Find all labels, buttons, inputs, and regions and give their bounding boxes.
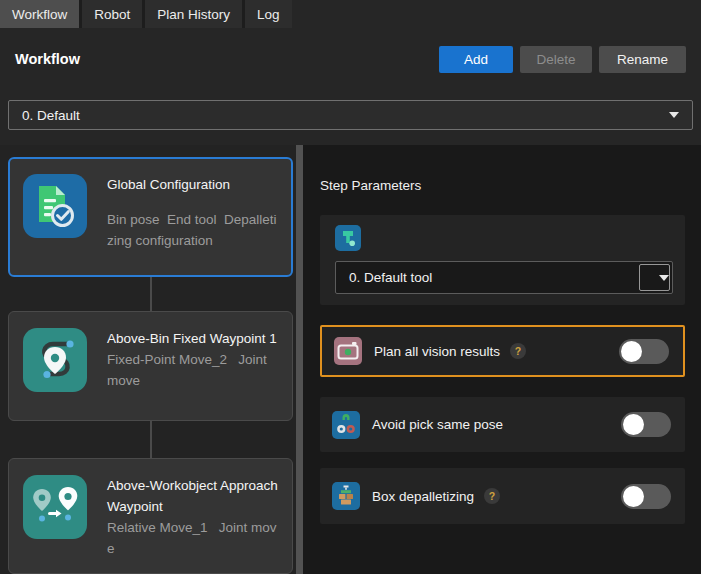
tab-robot-label: Robot (94, 7, 130, 22)
fixed-point-move-icon (23, 328, 87, 392)
tab-plan-history[interactable]: Plan History (145, 0, 242, 28)
page-title: Workflow (15, 51, 432, 67)
workflow-header: Workflow Add Delete Rename (0, 37, 701, 81)
help-icon[interactable]: ? (510, 343, 526, 359)
workflow-step-list: Global Configuration Bin pose End tool D… (0, 145, 296, 574)
tab-log[interactable]: Log (245, 0, 292, 28)
vision-camera-icon (334, 337, 362, 365)
tab-plan-history-label: Plan History (157, 7, 230, 22)
step-parameters-title: Step Parameters (320, 178, 701, 193)
step-texts: Global Configuration Bin pose End tool D… (107, 174, 278, 260)
avoid-pick-same-pose-toggle[interactable] (621, 412, 671, 437)
step-subtitle: Fixed-Point Move_2 Joint move (107, 349, 278, 391)
tab-log-label: Log (257, 7, 280, 22)
step-title: Above-Bin Fixed Waypoint 1 (107, 328, 278, 349)
toggle-knob (623, 414, 644, 435)
toggle-label: Plan all vision results (374, 344, 500, 359)
relative-move-icon (23, 475, 87, 539)
chevron-down-icon (659, 275, 669, 281)
panel-splitter[interactable] (296, 145, 303, 574)
box-depalletizing-toggle[interactable] (621, 484, 671, 509)
step-title: Above-Workobject Approach Waypoint (107, 475, 278, 517)
step-connector-line (150, 421, 152, 458)
toggle-knob (621, 341, 642, 362)
step-card-global-configuration[interactable]: Global Configuration Bin pose End tool D… (8, 157, 293, 277)
step-subtitle: Bin pose End tool Depalletizing configur… (107, 209, 278, 251)
tool-select-group: 0. Default tool (320, 215, 685, 305)
step-texts: Above-Bin Fixed Waypoint 1 Fixed-Point M… (107, 328, 278, 404)
step-parameters-panel: Step Parameters 0. Default tool (303, 145, 701, 574)
workflow-select[interactable]: 0. Default (8, 100, 693, 130)
end-tool-icon (335, 225, 361, 251)
add-button[interactable]: Add (439, 46, 513, 73)
delete-button: Delete (520, 46, 592, 73)
tab-workflow-label: Workflow (12, 7, 67, 22)
tab-robot[interactable]: Robot (82, 0, 142, 28)
workflow-select-value: 0. Default (22, 108, 80, 123)
pick-pose-icon (332, 411, 360, 439)
toggle-knob (623, 486, 644, 507)
chevron-down-icon (669, 112, 679, 118)
tool-select-dropdown-button[interactable] (639, 264, 670, 291)
help-icon[interactable]: ? (484, 488, 500, 504)
plan-all-vision-results-toggle[interactable] (619, 339, 669, 364)
global-configuration-icon (23, 174, 87, 238)
box-depalletizing-row: Box depalletizing ? (320, 468, 685, 524)
main-tab-bar: Workflow Robot Plan History Log (0, 0, 292, 28)
step-card-above-workobject-approach-waypoint[interactable]: Above-Workobject Approach Waypoint Relat… (8, 458, 293, 574)
content-area: Global Configuration Bin pose End tool D… (0, 145, 701, 574)
step-texts: Above-Workobject Approach Waypoint Relat… (107, 475, 278, 557)
box-depalletizing-icon (332, 482, 360, 510)
step-subtitle: Relative Move_1 Joint move (107, 517, 278, 559)
avoid-pick-same-pose-row: Avoid pick same pose (320, 397, 685, 452)
toggle-label: Avoid pick same pose (372, 417, 503, 432)
tool-select-value: 0. Default tool (349, 270, 432, 285)
tab-workflow[interactable]: Workflow (0, 0, 79, 28)
toggle-label: Box depalletizing (372, 489, 474, 504)
plan-all-vision-results-row: Plan all vision results ? (320, 325, 685, 377)
step-title: Global Configuration (107, 174, 278, 195)
rename-button[interactable]: Rename (599, 46, 686, 73)
tool-select[interactable]: 0. Default tool (335, 261, 673, 294)
step-connector-line (150, 277, 152, 311)
step-card-above-bin-fixed-waypoint[interactable]: Above-Bin Fixed Waypoint 1 Fixed-Point M… (8, 311, 293, 421)
